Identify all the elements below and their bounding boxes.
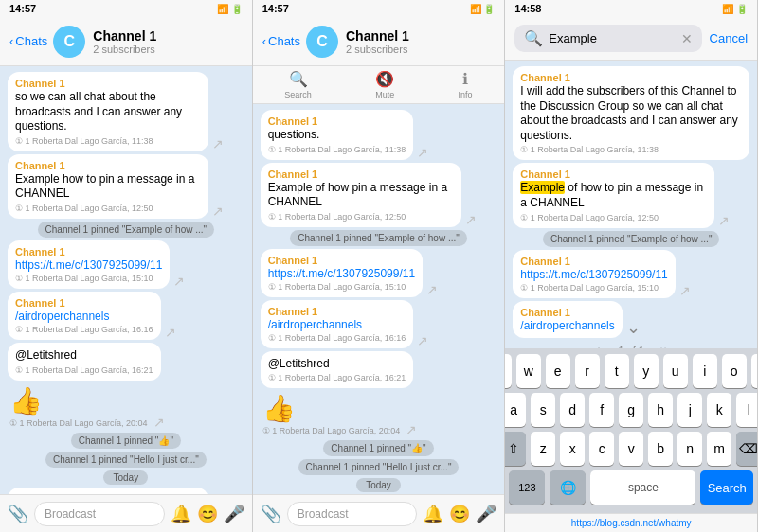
key-n[interactable]: n (677, 432, 702, 466)
key-m[interactable]: m (707, 432, 731, 466)
key-l[interactable]: l (736, 393, 758, 427)
mic-icon[interactable]: 🎤 (224, 504, 244, 524)
key-d[interactable]: d (560, 393, 585, 427)
attachment-icon[interactable]: 📎 (8, 504, 28, 524)
msg-meta: ① 1 Roberta Dal Lago García, 20:04 (9, 418, 148, 428)
msg-meta: ① 1 Roberta Dal Lago García, 11:38 (15, 136, 201, 146)
emoji-icon-2[interactable]: 😊 (449, 504, 470, 524)
status-time-2: 14:57 (262, 3, 289, 14)
key-c[interactable]: c (589, 432, 614, 466)
key-o[interactable]: o (722, 354, 747, 388)
key-t[interactable]: t (605, 354, 629, 388)
back-button-1[interactable]: ‹ Chats (9, 34, 47, 48)
msg-bubble: Channel 1 /airdroperchannels ① 1 Roberta… (8, 292, 161, 340)
bell-icon-2[interactable]: 🔔 (423, 504, 443, 524)
attachment-icon-2[interactable]: 📎 (261, 504, 281, 524)
system-msg: Channel 1 pinned "Example of how ..." (38, 222, 215, 238)
search-toolbar-btn[interactable]: 🔍 Search (284, 70, 312, 99)
key-r[interactable]: r (575, 354, 600, 388)
search-input[interactable]: Example (549, 31, 675, 45)
num-key[interactable]: 123 (509, 470, 545, 505)
key-i[interactable]: i (693, 354, 717, 388)
key-f[interactable]: f (589, 393, 614, 427)
key-b[interactable]: b (648, 432, 673, 466)
msg-channel-label: Channel 1 (15, 493, 201, 494)
back-button-2[interactable]: ‹ Chats (262, 34, 300, 48)
msg-link[interactable]: https://t.me/c/1307925099/11 (268, 267, 415, 280)
key-k[interactable]: k (707, 393, 731, 427)
broadcast-input-2[interactable]: Broadcast (287, 502, 418, 526)
info-toolbar-btn[interactable]: ℹ Info (459, 70, 473, 99)
shift-key[interactable]: ⇧ (505, 432, 526, 466)
msg-row: Channel 1 /airdroperchannels ① 1 Roberta… (8, 292, 244, 340)
back-label-2: Chats (268, 34, 300, 48)
msg-meta: ① 1 Roberta Dal Lago García, 16:21 (15, 365, 153, 375)
mute-toolbar-btn[interactable]: 🔇 Mute (375, 70, 394, 99)
cancel-button[interactable]: Cancel (710, 31, 748, 45)
system-msg: Channel 1 pinned "Example of how ..." (290, 230, 467, 246)
msg-meta: ① 1 Roberta Dal Lago García, 12:50 (268, 212, 454, 222)
msg-meta: ① 1 Roberta Dal Lago García, 12:50 (520, 213, 706, 222)
msg-link[interactable]: https://t.me/c/1307925099/11 (520, 268, 667, 281)
channel-title-1: Channel 1 (93, 28, 242, 44)
key-a[interactable]: a (505, 393, 526, 427)
search-icon: 🔍 (524, 29, 543, 47)
key-q[interactable]: q (505, 354, 511, 388)
forward-icon: ↗ (417, 333, 428, 348)
search-results: Channel 1 I will add the subscribers of … (505, 61, 757, 348)
kb-row-4: 123 🌐 space Search (509, 470, 753, 505)
msg-channel-label: Channel 1 (15, 78, 201, 89)
msg-bubble: Channel 1 https://t.me/c/1307925099/11 ①… (261, 249, 423, 297)
msg-row: Channel 1 Example of how to pin a messag… (513, 163, 749, 227)
panel-1: 14:57 📶 🔋 ‹ Chats C Channel 1 2 subscrib… (0, 0, 253, 532)
search-bar[interactable]: 🔍 Example ✕ (514, 25, 701, 52)
bell-icon[interactable]: 🔔 (171, 504, 191, 524)
avatar-1: C (53, 26, 85, 58)
channel-sub-2: 2 subscribers (346, 44, 495, 55)
key-x[interactable]: x (560, 432, 585, 466)
key-z[interactable]: z (531, 432, 555, 466)
key-w[interactable]: w (516, 354, 541, 388)
status-bar-3: 14:58 📶 🔋 (505, 0, 757, 17)
key-j[interactable]: j (677, 393, 702, 427)
status-icons-3: 📶 🔋 (722, 4, 748, 14)
key-s[interactable]: s (531, 393, 555, 427)
key-u[interactable]: u (663, 354, 688, 388)
forward-icon: ↗ (465, 212, 477, 227)
back-label-1: Chats (15, 34, 47, 48)
msg-link[interactable]: https://t.me/c/1307925099/11 (15, 258, 162, 272)
search-toolbar-icon: 🔍 (289, 70, 308, 88)
delete-key[interactable]: ⌫ (736, 432, 758, 466)
key-g[interactable]: g (619, 393, 643, 427)
forward-icon: ↗ (165, 325, 176, 340)
key-h[interactable]: h (648, 393, 673, 427)
key-v[interactable]: v (619, 432, 643, 466)
msg-link[interactable]: /airdroperchannels (520, 319, 614, 332)
key-y[interactable]: y (634, 354, 659, 388)
search-submit-key[interactable]: Search (700, 470, 753, 505)
msg-link[interactable]: /airdroperchannels (268, 318, 406, 331)
msg-bubble: @Letitshred ① 1 Roberta Dal Lago García,… (8, 343, 161, 381)
key-e[interactable]: e (546, 354, 570, 388)
msg-bubble: Channel 1 Example how to pin a message i… (8, 154, 208, 219)
broadcast-input-1[interactable]: Broadcast (34, 502, 165, 526)
msg-meta: ① 1 Roberta Dal Lago García, 12:50 (15, 204, 201, 213)
mic-icon-2[interactable]: 🎤 (476, 504, 496, 524)
msg-meta: ① 1 Roberta Dal Lago García, 16:16 (268, 333, 406, 343)
expand-icon[interactable]: ⌄ (626, 317, 641, 338)
bottom-bar-2: 📎 Broadcast 🔔 😊 🎤 (253, 494, 505, 532)
emoji-icon[interactable]: 😊 (197, 504, 218, 524)
msg-link[interactable]: /airdroperchannels (15, 310, 153, 323)
msg-row: Channel 1 /airdroperchannels ① 1 Roberta… (261, 300, 497, 348)
key-p[interactable]: p (751, 354, 758, 388)
globe-key[interactable]: 🌐 (550, 470, 586, 505)
msg-bubble: Channel 1 /airdroperchannels ① 1 Roberta… (261, 300, 414, 348)
msg-row: Channel 1 Example how to pin a message i… (8, 154, 244, 219)
msg-row: 👍 ① 1 Roberta Dal Lago García, 20:04 ↗ (8, 383, 244, 430)
search-clear-icon[interactable]: ✕ (681, 31, 693, 46)
msg-row: Channel 1 questions. ① 1 Roberta Dal Lag… (261, 110, 497, 160)
space-key[interactable]: space (590, 470, 695, 505)
msg-bubble: Channel 1 I will add the subscribers of … (513, 66, 749, 160)
msg-channel-label: Channel 1 (268, 306, 406, 317)
system-msg: Channel 1 pinned "👍" (71, 433, 181, 449)
